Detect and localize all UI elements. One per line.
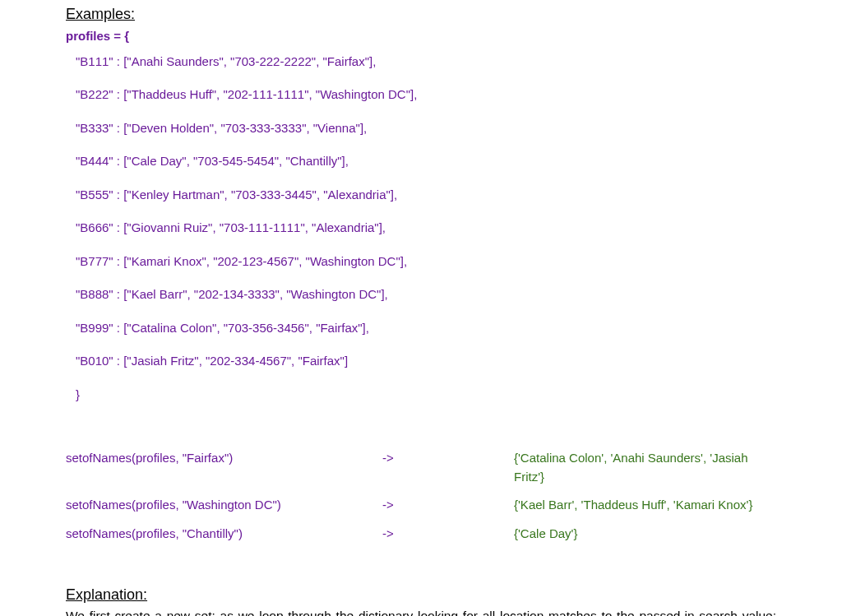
code-line: "B444" : ["Cale Day", "703-545-5454", "C…	[76, 152, 776, 171]
explanation-text: We first create a new set; as we loop th…	[66, 608, 776, 616]
code-line: "B222" : ["Thaddeus Huff", "202-111-1111…	[76, 86, 776, 104]
code-line: "B666" : ["Giovanni Ruiz", "703-111-1111…	[76, 219, 776, 238]
code-line: "B111" : ["Anahi Saunders", "703-222-222…	[76, 53, 776, 72]
arrow-icon: ->	[382, 525, 514, 544]
example-result: {'Kael Barr', 'Thaddeus Huff', 'Kamari K…	[514, 496, 752, 515]
example-call: setofNames(profiles, "Chantilly")	[66, 525, 382, 544]
code-line: "B888" : ["Kael Barr", "202-134-3333", "…	[76, 285, 776, 304]
code-line: "B010" : ["Jasiah Fritz", "202-334-4567"…	[76, 352, 776, 371]
code-line: "B555" : ["Kenley Hartman", "703-333-344…	[76, 186, 776, 205]
example-call: setofNames(profiles, "Washington DC")	[66, 496, 382, 515]
example-row: setofNames(profiles, "Washington DC") ->…	[66, 496, 776, 515]
explanation-heading: Explanation:	[66, 584, 776, 606]
example-call: setofNames(profiles, "Fairfax")	[66, 449, 382, 468]
example-row: setofNames(profiles, "Chantilly") -> {'C…	[66, 525, 776, 544]
code-line: "B333" : ["Deven Holden", "703-333-3333"…	[76, 119, 776, 138]
examples-heading: Examples:	[66, 3, 776, 25]
code-close: }	[76, 386, 776, 405]
arrow-icon: ->	[382, 449, 514, 468]
code-block: "B111" : ["Anahi Saunders", "703-222-222…	[76, 53, 776, 371]
example-row: setofNames(profiles, "Fairfax") -> {'Cat…	[66, 449, 776, 486]
example-result: {'Cale Day'}	[514, 525, 577, 544]
code-header: profiles = {	[66, 27, 776, 46]
code-line: "B999" : ["Catalina Colon", "703-356-345…	[76, 319, 776, 338]
example-result: {'Catalina Colon', 'Anahi Saunders', 'Ja…	[514, 449, 776, 486]
arrow-icon: ->	[382, 496, 514, 515]
code-line: "B777" : ["Kamari Knox", "202-123-4567",…	[76, 252, 776, 271]
